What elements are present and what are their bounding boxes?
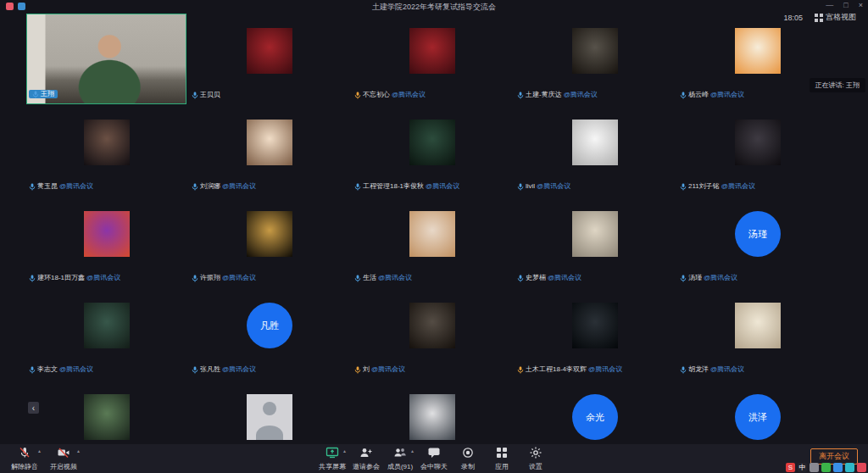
mic-muted-button[interactable]: 解除静音▲ [5, 444, 44, 473]
participant-label: 李志文@腾讯会议 [29, 365, 93, 374]
settings-button[interactable]: 设置 [519, 444, 553, 473]
settings-icon [529, 446, 542, 461]
participant-label: 生活@腾讯会议 [354, 274, 412, 282]
mic-muted-icon [18, 446, 31, 461]
tray-icon[interactable] [833, 463, 843, 472]
participant-name: 张凡胜 [200, 365, 220, 374]
photo-avatar [247, 28, 292, 74]
participant-tile[interactable]: 建环18-1田万鑫@腾讯会议 [25, 197, 188, 288]
participant-tile[interactable]: 土建-黄庆达@腾讯会议 [514, 14, 676, 105]
participant-name: 汤瑾 [688, 274, 702, 282]
participant-label: 刘@腾讯会议 [354, 365, 405, 374]
participant-label: livil@腾讯会议 [517, 182, 570, 191]
meeting-suffix: @腾讯会议 [564, 91, 598, 99]
participant-tile[interactable]: 杨云峰@腾讯会议 [676, 14, 839, 105]
participant-tile[interactable]: 汤瑾汤瑾@腾讯会议 [676, 197, 839, 288]
record-button[interactable]: 录制 [451, 444, 485, 473]
photo-avatar [84, 303, 130, 348]
participant-tile[interactable]: 王翔 [25, 14, 188, 105]
participant-tile[interactable]: 许振翔@腾讯会议 [188, 197, 351, 288]
mic-icon [517, 275, 524, 282]
participant-tile[interactable]: 黄玉昆@腾讯会议 [25, 105, 188, 197]
dropdown-caret-icon[interactable]: ▲ [37, 448, 42, 454]
toolbar-label: 应用 [495, 462, 509, 471]
participant-label: 土木工程18-4李双辉@腾讯会议 [517, 365, 622, 374]
participant-label: 史梦楠@腾讯会议 [517, 274, 581, 282]
mic-icon [517, 366, 524, 374]
minimize-button[interactable]: — [826, 1, 833, 10]
tray-icon[interactable] [857, 463, 866, 472]
participant-label: 工程管理18-1李俊秋@腾讯会议 [354, 182, 459, 191]
screen-share-button[interactable]: 共享屏幕▲ [315, 444, 349, 473]
tray-icon[interactable] [845, 463, 854, 472]
participant-tile[interactable]: 生活@腾讯会议 [351, 197, 514, 288]
photo-avatar [572, 303, 618, 348]
participant-grid: 王翔王贝贝不忘初心@腾讯会议土建-黄庆达@腾讯会议杨云峰@腾讯会议黄玉昆@腾讯会… [25, 14, 839, 471]
meeting-suffix: @腾讯会议 [537, 182, 570, 191]
chat-button[interactable]: 会中聊天 [417, 444, 451, 473]
photo-avatar [735, 28, 781, 74]
participant-name: 土木工程18-4李双辉 [526, 365, 587, 374]
invite-button[interactable]: 邀请参会 [349, 444, 383, 473]
members-icon [393, 446, 407, 461]
mic-icon [680, 92, 687, 99]
participant-tile[interactable]: 211刘子铭@腾讯会议 [676, 105, 839, 197]
participant-name: 许振翔 [200, 274, 220, 282]
apps-button[interactable]: 应用 [485, 444, 519, 473]
initial-avatar: 凡胜 [247, 303, 292, 348]
close-button[interactable]: × [859, 1, 863, 10]
toolbar-center-group: 共享屏幕▲邀请参会成员(91)▲会中聊天录制应用设置 [315, 444, 553, 473]
tray-icon[interactable] [821, 463, 831, 472]
participant-tile[interactable]: 不忘初心@腾讯会议 [351, 14, 514, 105]
mic-icon [192, 275, 198, 282]
dropdown-caret-icon[interactable]: ▲ [342, 448, 347, 454]
participant-tile[interactable]: 王贝贝 [188, 14, 351, 105]
participant-tile[interactable]: 土木工程18-4李双辉@腾讯会议 [514, 288, 676, 380]
members-button[interactable]: 成员(91)▲ [383, 444, 417, 473]
participant-label: 胡龙洋@腾讯会议 [680, 365, 744, 374]
camera-muted-icon [57, 446, 70, 461]
toolbar-label: 设置 [529, 462, 542, 471]
participant-tile[interactable]: 工程管理18-1李俊秋@腾讯会议 [351, 105, 514, 197]
mic-icon [354, 92, 361, 99]
participant-tile[interactable]: livil@腾讯会议 [514, 105, 676, 197]
participant-name: 黄玉昆 [37, 182, 58, 191]
maximize-button[interactable]: □ [843, 1, 848, 10]
participant-name: 建环18-1田万鑫 [37, 274, 85, 282]
participant-label: 张凡胜@腾讯会议 [192, 365, 256, 374]
participant-tile[interactable]: 史梦楠@腾讯会议 [514, 197, 676, 288]
toolbar-label: 开启视频 [50, 462, 77, 471]
meeting-suffix: @腾讯会议 [371, 365, 405, 374]
photo-avatar [409, 303, 455, 348]
initial-avatar: 洪泽 [735, 394, 781, 440]
mic-icon [192, 92, 198, 99]
participant-name: 李志文 [37, 365, 58, 374]
participant-name: 史梦楠 [526, 274, 546, 282]
photo-avatar [247, 211, 292, 257]
tray-icon[interactable] [810, 463, 819, 472]
meeting-suffix: @腾讯会议 [392, 91, 426, 99]
meeting-suffix: @腾讯会议 [426, 182, 459, 191]
tray-icon[interactable]: S [786, 463, 795, 472]
camera-muted-button[interactable]: 开启视频▲ [44, 444, 83, 473]
prev-page-arrow[interactable]: ‹ [28, 402, 39, 414]
participant-name: 土建-黄庆达 [526, 91, 562, 99]
photo-avatar [735, 303, 781, 348]
participant-tile[interactable]: 凡胜张凡胜@腾讯会议 [188, 288, 351, 380]
meeting-suffix: @腾讯会议 [59, 182, 93, 191]
participant-name: 刘润娜 [200, 182, 220, 191]
participant-tile[interactable]: 李志文@腾讯会议 [25, 288, 188, 380]
tray-icon[interactable]: 中 [798, 463, 807, 472]
meeting-suffix: @腾讯会议 [222, 182, 256, 191]
participant-tile[interactable]: 刘润娜@腾讯会议 [188, 105, 351, 197]
meeting-suffix: @腾讯会议 [222, 365, 256, 374]
participant-tile[interactable]: 刘@腾讯会议 [351, 288, 514, 380]
participant-label: 汤瑾@腾讯会议 [680, 274, 737, 282]
participant-tile[interactable]: 胡龙洋@腾讯会议 [676, 288, 839, 380]
participant-name: 胡龙洋 [688, 365, 709, 374]
participant-label: 建环18-1田万鑫@腾讯会议 [29, 274, 120, 282]
dropdown-caret-icon[interactable]: ▲ [410, 448, 415, 454]
participant-name: 不忘初心 [363, 91, 390, 99]
dropdown-caret-icon[interactable]: ▲ [76, 448, 81, 454]
meeting-window: 土建学院2022年考研复试指导交流会 — □ × 18:05 宫格视图 正在讲话… [0, 0, 868, 473]
